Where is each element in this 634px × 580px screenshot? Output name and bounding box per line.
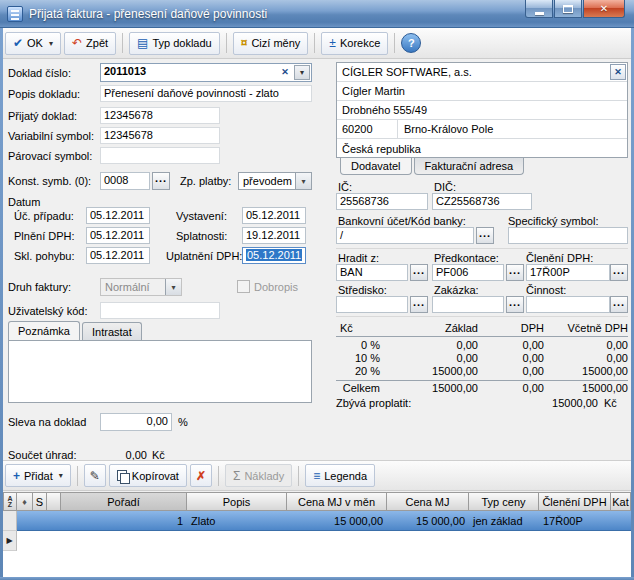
received-doc-input[interactable]: 12345678: [100, 107, 220, 124]
stock-movement-date-label: Skl. pohybu:: [14, 250, 75, 263]
clear-doc-number-button[interactable]: ✕: [277, 65, 293, 79]
payment-method-label: Zp. platby:: [180, 175, 231, 188]
accounting-date-value: 05.12.2011: [90, 209, 144, 221]
minimize-button[interactable]: [525, 0, 553, 18]
column-order-header[interactable]: Pořadí: [61, 492, 187, 511]
issued-date-input[interactable]: 05.12.2011: [242, 207, 306, 224]
column-flag-header[interactable]: ♦: [17, 492, 33, 511]
item-row-empty[interactable]: ▶: [3, 531, 631, 551]
tab-intrastat-label: Intrastat: [92, 326, 132, 338]
variable-symbol-label: Variabilní symbol:: [8, 130, 94, 143]
vat-fulfilment-date-input[interactable]: 05.12.2011: [86, 227, 150, 244]
posting-input[interactable]: PF006: [432, 264, 504, 281]
item-row-selected[interactable]: 1 Zlato 15 000,00 15 000,00 jen základ 1…: [3, 511, 631, 531]
costs-label: Náklady: [244, 470, 284, 482]
column-s-header[interactable]: S: [33, 492, 47, 511]
user-code-input[interactable]: [100, 302, 220, 319]
due-date-input[interactable]: 19.12.2011: [242, 227, 306, 244]
vat-class-input[interactable]: 17Ř00P: [526, 264, 610, 281]
legend-button[interactable]: ≡ Legenda: [305, 464, 375, 487]
category-cell: [611, 511, 631, 531]
partner-contact-row[interactable]: Cígler Martin: [337, 82, 627, 101]
cost-center-input[interactable]: [336, 296, 408, 313]
bank-account-value: /: [340, 229, 343, 241]
discount-input[interactable]: 0,00: [100, 413, 172, 431]
dic-input[interactable]: CZ25568736: [432, 193, 532, 210]
row-marker-cell: [3, 511, 17, 531]
help-button[interactable]: ?: [401, 33, 421, 53]
pairing-symbol-input[interactable]: [100, 147, 220, 164]
add-item-button[interactable]: + Přidat ▾: [5, 464, 71, 487]
titlebar[interactable]: Přijatá faktura - přenesení daňové povin…: [0, 0, 634, 28]
note-textarea[interactable]: [8, 340, 312, 403]
tab-note[interactable]: Poznámka: [8, 321, 80, 340]
bank-account-dots-button[interactable]: ...: [476, 227, 494, 244]
ic-input[interactable]: 25568736: [336, 193, 428, 210]
edit-item-button[interactable]: ✎: [84, 464, 106, 487]
accounting-date-input[interactable]: 05.12.2011: [86, 207, 150, 224]
maximize-button[interactable]: [554, 0, 582, 18]
column-price-type-header[interactable]: Typ ceny: [469, 492, 539, 511]
bank-account-input[interactable]: /: [336, 227, 474, 244]
activity-dots-button[interactable]: ...: [610, 296, 628, 313]
pay-from-dots-button[interactable]: ...: [410, 264, 428, 281]
column-sort-header[interactable]: AZ: [3, 492, 17, 511]
blank-cell: [47, 511, 61, 531]
description-input[interactable]: Přenesení daňové povinnosti - zlato: [100, 85, 312, 102]
order-dots-button[interactable]: ...: [506, 296, 524, 313]
foreign-currency-button[interactable]: ¤ Cizí měny: [233, 32, 309, 55]
items-toolbar: + Přidat ▾ ✎ Kopírovat ✗ Σ Náklady ≡ Leg…: [0, 460, 634, 491]
plus-icon: +: [13, 470, 20, 482]
specific-symbol-input[interactable]: [508, 227, 628, 244]
doc-number-input[interactable]: 2011013 ✕ ▾: [100, 63, 312, 82]
partner-city-row[interactable]: 60200 Brno-Královo Pole: [337, 120, 627, 139]
column-description-header[interactable]: Popis: [187, 492, 287, 511]
correction-button[interactable]: ± Korekce: [321, 32, 388, 55]
column-blank-header[interactable]: [47, 492, 61, 511]
tab-supplier[interactable]: Dodavatel: [340, 158, 412, 175]
tab-intrastat[interactable]: Intrastat: [82, 322, 142, 340]
posting-dots-button[interactable]: ...: [506, 264, 524, 281]
partner-name: CÍGLER SOFTWARE, a.s.: [342, 66, 472, 78]
received-doc-value: 12345678: [104, 109, 153, 121]
vat-recap-table: Kč Základ DPH Včetně DPH 0 % 0,00 0,00 0…: [336, 321, 628, 395]
partner-name-row[interactable]: CÍGLER SOFTWARE, a.s. ✕: [337, 63, 627, 82]
column-price-header[interactable]: Cena MJ: [387, 492, 469, 511]
close-button[interactable]: ✕: [583, 0, 625, 18]
vat-rate: 10 %: [336, 352, 380, 365]
vat-col-currency: Kč: [336, 321, 380, 336]
remove-partner-button[interactable]: ✕: [610, 64, 626, 80]
tab-billing-address[interactable]: Fakturační adresa: [414, 158, 525, 175]
column-category-header[interactable]: Kat: [611, 492, 631, 511]
back-label: Zpět: [86, 37, 108, 49]
doc-type-button[interactable]: ▤ Typ dokladu: [129, 32, 220, 55]
payment-method-combo[interactable]: převodem ▾: [238, 172, 312, 190]
delete-item-button[interactable]: ✗: [190, 464, 212, 487]
partner-country-row[interactable]: Česká republika: [337, 139, 627, 158]
order-input[interactable]: [432, 296, 504, 313]
description-value: Přenesení daňové povinnosti - zlato: [104, 87, 279, 99]
ok-button[interactable]: ✔ OK ▾: [5, 32, 61, 55]
back-button[interactable]: ↶ Zpět: [64, 32, 116, 55]
pay-from-input[interactable]: BAN: [336, 264, 408, 281]
doc-type-label: Typ dokladu: [152, 37, 211, 49]
cost-center-dots-button[interactable]: ...: [410, 296, 428, 313]
ok-dropdown-icon: ▾: [49, 39, 53, 48]
doc-number-dropdown-button[interactable]: ▾: [294, 65, 310, 80]
activity-input[interactable]: [526, 296, 610, 313]
column-price-currency-header[interactable]: Cena MJ v měn: [287, 492, 387, 511]
vat-incl: 0,00: [544, 352, 628, 365]
const-symbol-input[interactable]: 0008: [100, 172, 150, 190]
copy-item-button[interactable]: Kopírovat: [109, 464, 187, 487]
partner-street-row[interactable]: Drobného 555/49: [337, 101, 627, 120]
costs-icon: Σ: [233, 470, 240, 482]
variable-symbol-input[interactable]: 12345678: [100, 127, 220, 144]
const-symbol-dots-button[interactable]: ...: [152, 172, 170, 190]
stock-movement-date-input[interactable]: 05.12.2011: [86, 247, 150, 264]
column-vat-class-header[interactable]: Členění DPH: [539, 492, 611, 511]
date-group-label: Datum: [8, 196, 40, 209]
partner-street: Drobného 555/49: [342, 104, 427, 116]
vat-class-dots-button[interactable]: ...: [610, 264, 628, 281]
price-header-label: Cena MJ: [405, 496, 449, 508]
vat-applied-date-input[interactable]: 05.12.2011: [242, 247, 306, 264]
